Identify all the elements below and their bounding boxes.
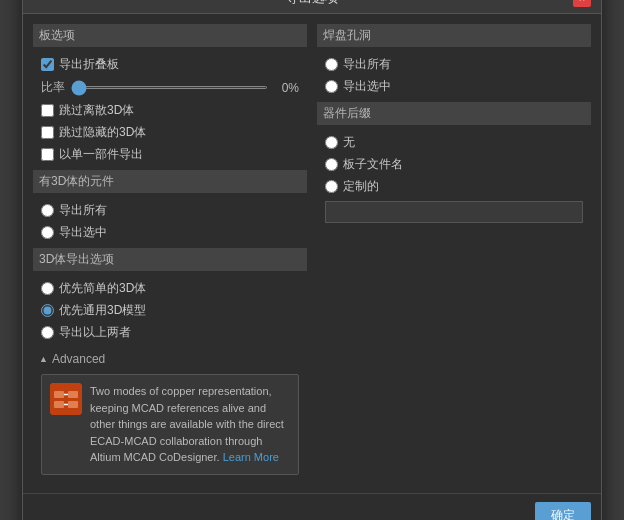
suffix-board-filename-row: 板子文件名	[325, 155, 583, 174]
advanced-header[interactable]: ▲ Advanced	[33, 348, 307, 370]
prefer-generic-row: 优先通用3D模型	[41, 301, 299, 320]
ok-button[interactable]: 确定	[535, 502, 591, 520]
suffix-custom-radio[interactable]	[325, 180, 338, 193]
section-3d-components-content: 导出所有 导出选中	[33, 199, 307, 244]
svg-rect-1	[54, 391, 64, 398]
section-3d-export-header: 3D体导出选项	[33, 248, 307, 271]
prefer-generic-label: 优先通用3D模型	[59, 302, 146, 319]
export-all-components-row: 导出所有	[41, 201, 299, 220]
export-all-pads-radio[interactable]	[325, 58, 338, 71]
export-selected-components-label: 导出选中	[59, 224, 107, 241]
export-selected-components-row: 导出选中	[41, 223, 299, 242]
skip-sparse-row: 跳过离散3D体	[41, 101, 299, 120]
export-single-row: 以单一部件导出	[41, 145, 299, 164]
export-selected-pads-row: 导出选中	[325, 77, 583, 96]
dialog-title: 导出选项	[51, 0, 573, 7]
section-suffix-content: 无 板子文件名 定制的	[317, 131, 591, 225]
section-suffix-header: 器件后缀	[317, 102, 591, 125]
ratio-pct: 0%	[274, 81, 299, 95]
section-3d-export-content: 优先简单的3D体 优先通用3D模型 导出以上两者	[33, 277, 307, 344]
export-folded-row: 导出折叠板	[41, 55, 299, 74]
export-folded-label: 导出折叠板	[59, 56, 119, 73]
left-panel: 板选项 导出折叠板 比率 0% 跳过离散3D体 跳过隐藏的3D体	[33, 24, 307, 483]
skip-hidden-row: 跳过隐藏的3D体	[41, 123, 299, 142]
svg-rect-3	[54, 401, 64, 408]
suffix-board-filename-label: 板子文件名	[343, 156, 403, 173]
export-all-pads-row: 导出所有	[325, 55, 583, 74]
export-selected-pads-label: 导出选中	[343, 78, 391, 95]
section-board-options-header: 板选项	[33, 24, 307, 47]
advanced-info-box: Two modes of copper representation, keep…	[41, 374, 299, 475]
export-selected-components-radio[interactable]	[41, 226, 54, 239]
suffix-board-filename-radio[interactable]	[325, 158, 338, 171]
section-board-options-content: 导出折叠板 比率 0% 跳过离散3D体 跳过隐藏的3D体 以单一部件	[33, 53, 307, 166]
ratio-row: 比率 0%	[41, 77, 299, 98]
ratio-label: 比率	[41, 79, 65, 96]
suffix-none-label: 无	[343, 134, 355, 151]
prefer-simple-label: 优先简单的3D体	[59, 280, 146, 297]
section-pad-holes-header: 焊盘孔洞	[317, 24, 591, 47]
export-both-radio[interactable]	[41, 326, 54, 339]
suffix-none-row: 无	[325, 133, 583, 152]
prefer-simple-radio[interactable]	[41, 282, 54, 295]
skip-hidden-label: 跳过隐藏的3D体	[59, 124, 146, 141]
advanced-label: Advanced	[52, 352, 105, 366]
ratio-slider[interactable]	[71, 86, 268, 89]
advanced-section: ▲ Advanced	[33, 348, 307, 483]
close-button[interactable]: ×	[573, 0, 591, 7]
suffix-custom-row: 定制的	[325, 177, 583, 196]
right-panel: 焊盘孔洞 导出所有 导出选中 器件后缀 无	[317, 24, 591, 483]
suffix-custom-label: 定制的	[343, 178, 379, 195]
advanced-info-text: Two modes of copper representation, keep…	[90, 383, 290, 466]
custom-suffix-input[interactable]	[325, 201, 583, 223]
suffix-none-radio[interactable]	[325, 136, 338, 149]
dialog-body: 板选项 导出折叠板 比率 0% 跳过离散3D体 跳过隐藏的3D体	[23, 14, 601, 493]
svg-rect-4	[68, 401, 78, 408]
export-both-label: 导出以上两者	[59, 324, 131, 341]
export-single-checkbox[interactable]	[41, 148, 54, 161]
svg-rect-2	[68, 391, 78, 398]
prefer-generic-radio[interactable]	[41, 304, 54, 317]
skip-hidden-checkbox[interactable]	[41, 126, 54, 139]
export-selected-pads-radio[interactable]	[325, 80, 338, 93]
section-3d-components-header: 有3D体的元件	[33, 170, 307, 193]
learn-more-link[interactable]: Learn More	[223, 451, 279, 463]
export-options-dialog: 导出选项 × 板选项 导出折叠板 比率 0% 跳过离散3D体	[22, 0, 602, 520]
export-both-row: 导出以上两者	[41, 323, 299, 342]
prefer-simple-row: 优先简单的3D体	[41, 279, 299, 298]
export-single-label: 以单一部件导出	[59, 146, 143, 163]
skip-sparse-checkbox[interactable]	[41, 104, 54, 117]
export-all-components-radio[interactable]	[41, 204, 54, 217]
export-folded-checkbox[interactable]	[41, 58, 54, 71]
title-bar: 导出选项 ×	[23, 0, 601, 14]
export-all-pads-label: 导出所有	[343, 56, 391, 73]
svg-rect-0	[50, 383, 82, 415]
skip-sparse-label: 跳过离散3D体	[59, 102, 134, 119]
export-all-components-label: 导出所有	[59, 202, 107, 219]
mcad-codesigner-icon	[50, 383, 82, 415]
dialog-footer: 确定	[23, 493, 601, 520]
advanced-triangle-icon: ▲	[39, 354, 48, 364]
section-pad-holes-content: 导出所有 导出选中	[317, 53, 591, 98]
